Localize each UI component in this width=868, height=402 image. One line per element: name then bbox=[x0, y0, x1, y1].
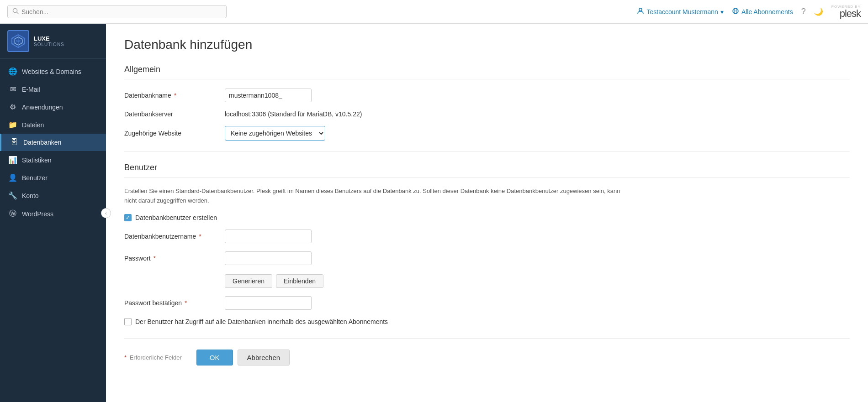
generieren-button[interactable]: Generieren bbox=[225, 274, 272, 288]
passwort-buttons-row: Generieren Einblenden bbox=[124, 273, 850, 288]
benutzername-row: Datenbankbenutzername * bbox=[124, 230, 850, 243]
required-star-user: * bbox=[199, 233, 201, 240]
required-star-pass2: * bbox=[185, 299, 187, 307]
zugehoerige-website-select[interactable]: Keine zugehörigen Websites bbox=[225, 126, 325, 141]
required-star: * bbox=[174, 92, 176, 99]
datenbankname-row: Datenbankname * bbox=[124, 89, 850, 102]
user-menu[interactable]: Testaccount Mustermann ▾ bbox=[637, 7, 723, 16]
datenbankname-label: Datenbankname * bbox=[124, 92, 225, 99]
subscriptions-menu[interactable]: Alle Abonnements bbox=[732, 7, 793, 16]
sidebar-item-konto[interactable]: 🔧 Konto bbox=[0, 187, 106, 204]
konto-icon: 🔧 bbox=[8, 191, 17, 200]
subscriptions-label: Alle Abonnements bbox=[741, 8, 793, 16]
user-label: Testaccount Mustermann bbox=[646, 8, 718, 16]
sidebar: LUXE SOLUTIONS 🌐 Websites & Domains ✉ E-… bbox=[0, 24, 106, 402]
datenbankserver-label: Datenbankserver bbox=[124, 110, 225, 118]
sidebar-item-label: Websites & Domains bbox=[22, 68, 81, 75]
dateien-icon: 📁 bbox=[8, 120, 17, 129]
benutzername-input[interactable] bbox=[225, 230, 312, 243]
svg-line-1 bbox=[17, 12, 19, 14]
sidebar-item-benutzer[interactable]: 👤 Benutzer bbox=[0, 169, 106, 187]
sidebar-wrapper: LUXE SOLUTIONS 🌐 Websites & Domains ✉ E-… bbox=[0, 24, 106, 402]
logo-box bbox=[7, 30, 29, 52]
main-content: Datenbank hinzufügen Allgemein Datenbank… bbox=[106, 24, 868, 402]
footer-actions: * Erforderliche Felder OK Abbrechen bbox=[124, 350, 850, 365]
required-note: * Erforderliche Felder bbox=[124, 354, 182, 361]
datenbankserver-value: localhost:3306 (Standard für MariaDB, v1… bbox=[225, 110, 362, 118]
sidebar-item-label: Datenbanken bbox=[23, 139, 61, 146]
section-benutzer: Benutzer bbox=[124, 163, 850, 178]
passwort-bestaetigen-label: Passwort bestätigen * bbox=[124, 299, 225, 307]
sidebar-item-label: Anwendungen bbox=[22, 104, 63, 111]
passwort-label: Passwort * bbox=[124, 255, 225, 262]
sidebar-item-datenbanken[interactable]: 🗄 Datenbanken bbox=[0, 134, 106, 151]
zugehoerige-website-row: Zugehörige Website Keine zugehörigen Web… bbox=[124, 126, 850, 141]
passwort-bestaetigen-row: Passwort bestätigen * bbox=[124, 296, 850, 310]
zugehoerige-website-label: Zugehörige Website bbox=[124, 130, 225, 137]
search-input[interactable] bbox=[21, 8, 222, 16]
checkbox-zugriff-row: Der Benutzer hat Zugriff auf alle Datenb… bbox=[124, 318, 850, 325]
statistiken-icon: 📊 bbox=[8, 156, 17, 164]
section-divider bbox=[124, 151, 850, 152]
passwort-input[interactable] bbox=[225, 251, 312, 265]
passwort-bestaetigen-input[interactable] bbox=[225, 296, 312, 310]
sidebar-item-label: Statistiken bbox=[22, 157, 52, 164]
sidebar-item-label: Dateien bbox=[22, 121, 44, 129]
sidebar-item-label: E-Mail bbox=[22, 86, 40, 93]
topbar: Testaccount Mustermann ▾ Alle Abonnement… bbox=[0, 0, 868, 24]
checkbox-erstellen-label: Datenbankbenutzer erstellen bbox=[135, 214, 217, 221]
websites-icon: 🌐 bbox=[8, 67, 17, 76]
checkbox-erstellen-row: ✓ Datenbankbenutzer erstellen bbox=[124, 214, 850, 221]
theme-icon[interactable]: 🌙 bbox=[814, 7, 823, 16]
sidebar-item-email[interactable]: ✉ E-Mail bbox=[0, 80, 106, 98]
sidebar-item-label: WordPress bbox=[22, 210, 53, 218]
sidebar-collapse-button[interactable]: ‹ bbox=[101, 208, 111, 218]
logo-text-block: LUXE SOLUTIONS bbox=[34, 35, 64, 47]
anwendungen-icon: ⚙ bbox=[8, 103, 17, 111]
plesk-logo: POWERED BY plesk bbox=[831, 5, 861, 19]
footer-divider bbox=[124, 338, 850, 339]
sidebar-item-dateien[interactable]: 📁 Dateien bbox=[0, 116, 106, 134]
help-icon[interactable]: ? bbox=[801, 7, 806, 16]
benutzer-icon: 👤 bbox=[8, 173, 17, 182]
passwort-row: Passwort * bbox=[124, 251, 850, 265]
checkbox-erstellen[interactable]: ✓ bbox=[124, 214, 132, 221]
abbrechen-button[interactable]: Abbrechen bbox=[238, 350, 290, 365]
ok-button[interactable]: OK bbox=[196, 350, 233, 365]
topbar-right: Testaccount Mustermann ▾ Alle Abonnement… bbox=[637, 5, 861, 19]
logo-line1: LUXE bbox=[34, 35, 64, 42]
sidebar-item-wordpress[interactable]: Ⓦ WordPress bbox=[0, 204, 106, 223]
checkbox-zugriff-label: Der Benutzer hat Zugriff auf alle Datenb… bbox=[135, 318, 388, 325]
benutzer-description: Erstellen Sie einen Standard-Datenbankbe… bbox=[124, 187, 627, 206]
sidebar-item-label: Benutzer bbox=[22, 174, 48, 182]
checkbox-zugriff[interactable] bbox=[124, 318, 132, 325]
page-title: Datenbank hinzufügen bbox=[124, 37, 850, 52]
datenbanken-icon: 🗄 bbox=[10, 138, 19, 146]
user-icon bbox=[637, 7, 644, 16]
sidebar-nav: 🌐 Websites & Domains ✉ E-Mail ⚙ Anwendun… bbox=[0, 59, 106, 402]
search-box[interactable] bbox=[7, 5, 227, 18]
svg-point-2 bbox=[639, 8, 642, 11]
sidebar-item-statistiken[interactable]: 📊 Statistiken bbox=[0, 151, 106, 169]
search-icon bbox=[12, 8, 19, 16]
passwort-btn-group: Generieren Einblenden bbox=[225, 274, 323, 288]
benutzername-label: Datenbankbenutzername * bbox=[124, 233, 225, 240]
einblenden-button[interactable]: Einblenden bbox=[276, 274, 323, 288]
sidebar-item-websites[interactable]: 🌐 Websites & Domains bbox=[0, 63, 106, 80]
sidebar-logo: LUXE SOLUTIONS bbox=[0, 24, 106, 59]
datenbankname-input[interactable] bbox=[225, 89, 312, 102]
required-star-pass: * bbox=[153, 255, 155, 262]
email-icon: ✉ bbox=[8, 85, 17, 94]
wordpress-icon: Ⓦ bbox=[8, 209, 17, 219]
datenbankserver-row: Datenbankserver localhost:3306 (Standard… bbox=[124, 110, 850, 118]
layout: LUXE SOLUTIONS 🌐 Websites & Domains ✉ E-… bbox=[0, 24, 868, 402]
user-caret: ▾ bbox=[720, 8, 724, 16]
globe-icon bbox=[732, 7, 739, 16]
section-allgemein: Allgemein bbox=[124, 65, 850, 79]
sidebar-item-label: Konto bbox=[22, 192, 39, 199]
logo-line2: SOLUTIONS bbox=[34, 42, 64, 47]
sidebar-item-anwendungen[interactable]: ⚙ Anwendungen bbox=[0, 98, 106, 116]
